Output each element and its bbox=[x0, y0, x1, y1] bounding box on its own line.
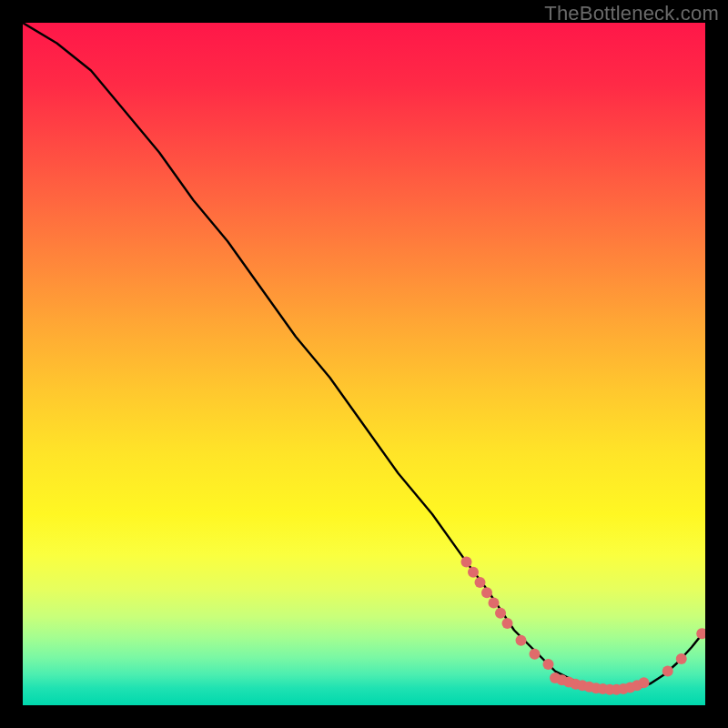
data-point bbox=[461, 557, 472, 568]
data-point bbox=[468, 567, 479, 578]
data-point bbox=[489, 598, 500, 609]
data-point bbox=[481, 587, 492, 598]
data-point bbox=[502, 618, 513, 629]
curve-layer bbox=[23, 23, 705, 705]
watermark-text: TheBottleneck.com bbox=[544, 2, 719, 25]
data-point bbox=[516, 635, 527, 646]
data-point bbox=[543, 659, 554, 670]
chart-frame: TheBottleneck.com bbox=[0, 0, 728, 728]
data-point bbox=[662, 666, 673, 677]
data-point bbox=[475, 577, 486, 588]
data-point bbox=[696, 628, 705, 639]
data-point bbox=[676, 653, 687, 664]
data-point bbox=[495, 608, 506, 619]
data-point bbox=[639, 677, 650, 688]
data-point bbox=[530, 649, 541, 660]
plot-area bbox=[23, 23, 705, 705]
bottleneck-curve bbox=[23, 23, 705, 690]
curve-markers bbox=[461, 557, 706, 695]
